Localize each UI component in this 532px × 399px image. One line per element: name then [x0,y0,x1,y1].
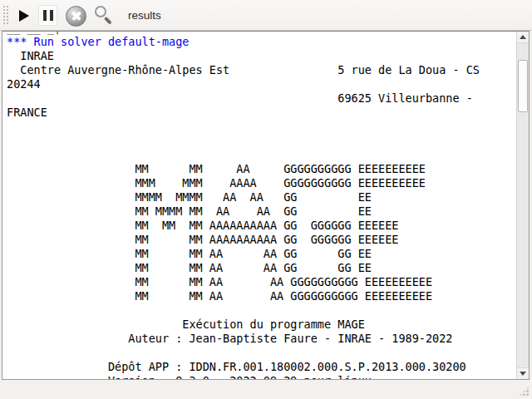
scrollbar-thumb[interactable] [518,60,528,112]
stop-button[interactable] [66,5,87,27]
console-line: MM MM AA AA GGGGGGGGGG EEEEEEEEEE [7,275,515,289]
console-line: 20244 [7,77,515,91]
console-line: MM MM AAAAAAAAAA GG GGGGGG EEEEEE [7,233,515,247]
console-line: MM MM AA AA GG GG EE [7,247,515,261]
console-line: Version : 8.3.0 - 2022-09-29 pour linux [7,374,515,380]
console-output[interactable]: __ __ _|*** Run solver default-mage INRA… [2,31,530,380]
results-button[interactable]: results [121,0,168,31]
console-line: FRANCE [7,106,515,120]
pause-icon [39,10,57,21]
console-line: Dépôt APP : IDDN.FR.001.180002.000.S.P.2… [7,360,515,374]
console-text: __ __ _|*** Run solver default-mage INRA… [2,32,515,380]
console-line: MM MM AA AA GGGGGGGGGG EEEEEEEEEE [7,289,515,303]
console-line: MM MM AA AA GG GG EE [7,261,515,275]
console-line: MMM MMM AAAA GGGGGGGGGG EEEEEEEEEE [7,176,515,190]
play-button[interactable] [13,6,35,26]
console-line: MM MMMM MM AA AA GG EE [7,204,515,219]
console-line: INRAE [7,49,515,63]
console-line: Exécution du programme MAGE [7,318,515,332]
console-line: MMMM MMMM AA AA GG EE [7,190,515,204]
play-icon [19,10,29,22]
resize-grip[interactable] [519,386,530,397]
toolbar-grip[interactable] [2,5,9,26]
console-line: Centre Auvergne-Rhône-Alpes Est 5 rue de… [7,63,515,77]
console-line [7,148,515,162]
arrow-down-icon [520,372,526,376]
console-line [7,346,515,360]
scroll-down-button[interactable] [517,367,529,379]
console-line: *** Run solver default-mage [7,35,515,49]
console-line: 69625 Villeurbanne - [7,91,515,106]
console-line: Auteur : Jean-Baptiste Faure - INRAE - 1… [7,332,515,346]
console-line: MM MM MM AAAAAAAAAA GG GGGGGG EEEEEE [7,219,515,233]
arrow-up-icon [520,35,526,39]
console-line [7,120,515,134]
console-line [7,303,515,318]
console-line: MM MM AA GGGGGGGGGG EEEEEEEEEE [7,162,515,176]
vertical-scrollbar[interactable] [516,32,529,379]
toolbar: results [0,0,532,31]
pause-button[interactable] [38,5,57,26]
bottom-strip [0,380,532,399]
search-button[interactable] [91,3,116,27]
scrollbar-trough[interactable] [517,43,529,367]
scroll-up-button[interactable] [517,32,529,43]
stop-icon [66,6,86,27]
console-line [7,134,515,148]
